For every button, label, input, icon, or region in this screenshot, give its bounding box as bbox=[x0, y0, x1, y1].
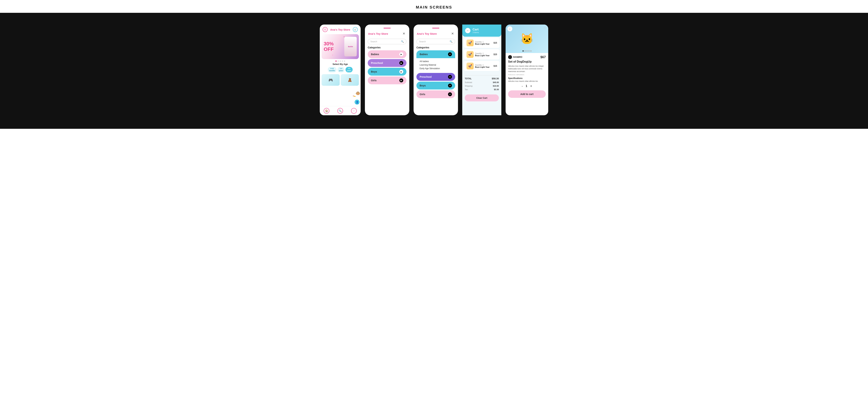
dot-2 bbox=[338, 60, 339, 62]
subtotal-label: Subtotal: bbox=[465, 81, 472, 83]
product-grid: 🎮 🧸 bbox=[321, 74, 359, 86]
banner-discount: 30%OFF bbox=[324, 41, 334, 52]
screen-home: ☰ Ana's Toy Store 🛒 30%OFF Barbie Select… bbox=[320, 25, 361, 115]
select-age-title: Select By Age bbox=[320, 63, 361, 65]
menu-logo: Ana's Toy Store bbox=[368, 32, 388, 35]
category-babies-expanded-label: Babies bbox=[420, 53, 428, 56]
category-boys-expanded-arrow: ▼ bbox=[448, 84, 452, 87]
home-banner: 30%OFF Barbie bbox=[321, 34, 359, 59]
categories-title-2: Categories bbox=[416, 46, 455, 49]
sub-item-early-age[interactable]: Early Age Stimulation bbox=[420, 67, 452, 70]
nav-home-btn[interactable]: 🏠 bbox=[324, 108, 329, 114]
home-header: ☰ Ana's Toy Store 🛒 bbox=[320, 25, 361, 33]
category-boys-arrow: ▶ bbox=[399, 70, 403, 74]
category-girls-expanded: Girls ▼ bbox=[416, 90, 455, 98]
cart-item-2-price: $15 bbox=[494, 53, 497, 56]
quantity-decrease-button[interactable]: - bbox=[522, 84, 523, 88]
shipping-row: Shipping: $10.00 bbox=[465, 84, 499, 88]
banner-dots bbox=[320, 60, 361, 62]
cart-icon[interactable]: 🛒 bbox=[353, 27, 358, 32]
category-preschool-arrow: ▶ bbox=[399, 61, 403, 65]
category-preschool-label: Preschool bbox=[371, 61, 383, 64]
screen-product-detail: ← 🐱 ♡ HASBRO $67 Set of DogDogUp ridicul… bbox=[505, 25, 548, 115]
sub-item-learning[interactable]: Learning Material bbox=[420, 63, 452, 67]
total-label: TOTAL bbox=[465, 77, 472, 80]
shipping-label: Shipping: bbox=[465, 85, 473, 87]
subtotal-row: Subtotal: $45.00 bbox=[465, 81, 499, 84]
quantity-row: - 1 + bbox=[508, 84, 546, 88]
category-babies-header[interactable]: Babies ▼ bbox=[416, 50, 455, 58]
bottom-nav: 🏠 🔍 ♡ bbox=[320, 106, 361, 115]
product-specs-text: ridiculus mus mauris vitae ultricies leo bbox=[508, 80, 546, 82]
close-button-2[interactable]: ✕ bbox=[450, 31, 455, 36]
category-babies-expanded-arrow: ▼ bbox=[448, 52, 452, 56]
add-to-cart-button[interactable]: Add to cart bbox=[508, 90, 546, 98]
menu-logo-2: Ana's Toy Store bbox=[417, 32, 437, 35]
product-name: Set of DogDogUp bbox=[508, 60, 546, 63]
avatar[interactable]: 👤 bbox=[354, 100, 360, 105]
product-image-area: ← 🐱 ♡ bbox=[505, 25, 548, 53]
img-dot-3 bbox=[526, 50, 528, 52]
cart-back-button[interactable]: ← bbox=[465, 28, 470, 33]
product-description: ridiculus mus mauris vitae ultricies leo… bbox=[508, 65, 546, 73]
category-preschool-expanded: Preschool ▼ bbox=[416, 73, 455, 81]
product-heart-button[interactable]: ♡ bbox=[544, 26, 547, 30]
product-detail-body: HASBRO $67 Set of DogDogUp ridiculus mus… bbox=[505, 53, 548, 100]
product-back-button[interactable]: ← bbox=[507, 26, 513, 31]
search-icon-2: 🔍 bbox=[450, 40, 453, 43]
brand-row-left: HASBRO bbox=[508, 55, 522, 59]
nav-search-btn[interactable]: 🔍 bbox=[337, 108, 343, 114]
age-bubble-4-8[interactable]: 4-8years bbox=[345, 67, 353, 73]
search-bar-2[interactable]: Search 🔍 bbox=[416, 39, 455, 44]
dot-5 bbox=[344, 60, 345, 62]
age-bubble-1-4[interactable]: 1-4years bbox=[338, 67, 345, 73]
category-babies-arrow: ▶ bbox=[399, 52, 403, 56]
search-bar[interactable]: Search 🔍 bbox=[368, 39, 406, 44]
product-specs-title: Specifications bbox=[508, 77, 546, 80]
sub-item-all-babies[interactable]: All babies bbox=[420, 60, 452, 63]
category-girls-expanded-arrow: ▼ bbox=[448, 92, 452, 96]
category-preschool-header[interactable]: Preschool ▼ bbox=[416, 73, 455, 81]
top-black-bar bbox=[0, 13, 868, 21]
clear-cart-button[interactable]: Clear Cart bbox=[465, 94, 499, 102]
product-image-dots bbox=[523, 50, 531, 52]
shipping-value: $10.00 bbox=[493, 85, 499, 87]
category-girls[interactable]: Girls ▶ bbox=[368, 77, 406, 84]
category-girls-header[interactable]: Girls ▼ bbox=[416, 90, 455, 98]
menu-icon[interactable]: ☰ bbox=[322, 27, 328, 32]
category-preschool-expanded-arrow: ▼ bbox=[448, 75, 452, 79]
cart-item-2: 🚀 Quantity: 1 Buzz Light Year $15 bbox=[464, 49, 500, 60]
tax-value: $3.30 bbox=[494, 88, 499, 90]
category-preschool[interactable]: Preschool ▶ bbox=[368, 59, 406, 67]
tax-label: Tax: bbox=[465, 88, 468, 90]
bottom-black-bar bbox=[0, 120, 868, 129]
cart-title-block: Cart 3 items bbox=[472, 28, 479, 33]
category-babies[interactable]: Babies ▶ bbox=[368, 50, 406, 58]
tax-row: Tax: $3.30 bbox=[465, 88, 499, 91]
nav-heart-btn[interactable]: ♡ bbox=[351, 108, 357, 114]
barbie-image: Barbie bbox=[344, 37, 357, 56]
category-babies-label: Babies bbox=[371, 53, 379, 56]
cart-totals: TOTAL $58.30 Subtotal: $45.00 Shipping: … bbox=[462, 73, 501, 92]
search-icon: 🔍 bbox=[401, 40, 404, 43]
search-placeholder-2: Search bbox=[419, 40, 426, 43]
category-preschool-expanded-label: Preschool bbox=[420, 76, 432, 78]
menu-top-bar: Ana's Toy Store ✕ bbox=[365, 28, 409, 37]
close-button[interactable]: ✕ bbox=[402, 31, 406, 36]
subtotal-value: $45.00 bbox=[493, 81, 499, 83]
cart-item-2-qty: Quantity: 1 bbox=[475, 53, 492, 54]
brand-dot bbox=[508, 55, 512, 59]
age-bubble-0-12[interactable]: 0-12months bbox=[328, 67, 337, 73]
img-dot-2 bbox=[524, 50, 526, 52]
category-boys-header[interactable]: Boys ▼ bbox=[416, 82, 455, 89]
product-thumb-2[interactable]: 🧸 bbox=[341, 74, 359, 86]
category-girls-label: Girls bbox=[371, 79, 377, 82]
cart-item-3-image: 🚀 bbox=[466, 63, 474, 69]
main-title: MAIN SCREENS bbox=[416, 5, 452, 9]
category-boys-expanded: Boys ▼ bbox=[416, 82, 455, 89]
product-thumb-1[interactable]: 🎮 bbox=[321, 74, 340, 86]
age-bubbles: 0-12months 1-4years 4-8years bbox=[320, 67, 361, 73]
category-boys[interactable]: Boys ▶ bbox=[368, 68, 406, 76]
quantity-increase-button[interactable]: + bbox=[530, 84, 532, 88]
dot-3 bbox=[340, 60, 341, 62]
